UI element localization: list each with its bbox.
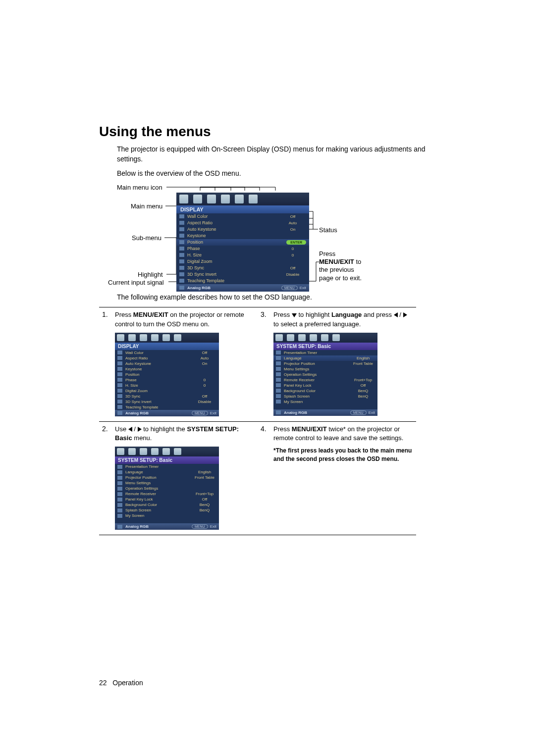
steps-table: 1. Press MENU/EXIT on the projector or r… xyxy=(99,307,416,535)
tab-icon xyxy=(235,195,244,203)
row-icon xyxy=(117,356,122,360)
row-value: On xyxy=(193,361,216,366)
footer-menu-badge: MENU xyxy=(350,410,367,415)
osd-row: Projector PositionFront Table xyxy=(115,475,219,480)
row-label: Position xyxy=(125,372,193,377)
row-icon xyxy=(179,221,184,225)
step-2-text: Use / to highlight the SYSTEM SETUP: Bas… xyxy=(115,425,255,443)
row-label: Projector Position xyxy=(125,475,193,480)
osd-row: Background ColorBenQ xyxy=(115,502,219,507)
row-value: On xyxy=(279,227,306,232)
row-icon xyxy=(276,394,281,398)
step-number: 2. xyxy=(102,425,115,433)
signal-icon xyxy=(117,525,122,529)
section-name: Operation xyxy=(112,679,143,687)
row-value: Off xyxy=(193,351,216,355)
osd-footer: Analog RGB MENU Exit xyxy=(115,523,219,530)
label-sub-menu: Sub-menu xyxy=(132,234,161,242)
osd-title: SYSTEM SETUP: Basic xyxy=(115,456,219,464)
row-icon xyxy=(117,514,122,518)
tab-icon xyxy=(298,334,306,341)
row-label: 3D Sync Invert xyxy=(125,400,193,404)
row-label: Menu Settings xyxy=(284,367,351,371)
tab-icon xyxy=(332,334,340,341)
osd-panel-main: DISPLAY Wall ColorOffAspect RatioAutoAut… xyxy=(176,193,309,292)
row-label: Remote Receiver xyxy=(125,492,193,496)
intro-paragraph-1: The projector is equipped with On-Screen… xyxy=(117,145,436,164)
step-number: 3. xyxy=(261,310,273,318)
footer-exit: Exit xyxy=(369,410,375,415)
row-label: Teaching Template xyxy=(187,278,279,283)
row-label: Splash Screen xyxy=(125,508,193,512)
footer-menu-badge: MENU xyxy=(192,524,208,529)
row-label: Operation Settings xyxy=(125,486,193,491)
tab-icon xyxy=(221,195,230,203)
row-icon xyxy=(179,272,184,276)
arrow-right-icon xyxy=(403,312,407,317)
osd-row: Menu Settings xyxy=(273,366,377,372)
signal-icon xyxy=(179,286,184,290)
row-icon xyxy=(117,487,122,491)
osd-row: Keystone xyxy=(176,233,309,239)
osd-tab-bar xyxy=(176,193,309,205)
footer-menu-badge: MENU xyxy=(192,411,208,415)
osd-row: Teaching Template xyxy=(176,278,309,284)
row-label: 3D Sync xyxy=(125,394,193,399)
arrow-right-icon xyxy=(138,427,142,432)
row-label: Auto Keystone xyxy=(187,227,279,232)
intro-paragraph-2: Below is the overview of the OSD menu. xyxy=(117,169,436,179)
step-4-text: Press MENU/EXIT twice* on the projector … xyxy=(273,425,413,443)
tab-icon xyxy=(310,334,317,341)
osd-row: Presentation Timer xyxy=(273,350,377,355)
label-highlight: Highlight xyxy=(138,271,163,278)
step-2-cell: 2. Use / to highlight the SYSTEM SETUP: … xyxy=(99,421,258,535)
step-number: 1. xyxy=(102,310,115,318)
osd-row: H. Size0 xyxy=(115,383,219,388)
row-label: Presentation Timer xyxy=(284,351,351,355)
tab-icon xyxy=(117,334,124,341)
label-main-menu-icon: Main menu icon xyxy=(117,184,162,191)
row-value: Front+Top xyxy=(351,378,375,382)
example-intro: The following example describes how to s… xyxy=(117,293,436,302)
label-main-menu: Main menu xyxy=(131,202,162,210)
tab-icon xyxy=(174,448,181,455)
row-label: Splash Screen xyxy=(284,394,351,399)
row-label: Position xyxy=(187,240,286,245)
tab-icon xyxy=(151,334,159,341)
row-value: Front Table xyxy=(193,475,216,480)
row-icon xyxy=(117,481,122,485)
osd-panel-step3: SYSTEM SETUP: Basic Presentation TimerLa… xyxy=(273,333,377,416)
osd-row-list: Presentation TimerLanguageEnglishProject… xyxy=(273,350,377,404)
tab-icon xyxy=(162,448,170,455)
row-label: Keystone xyxy=(187,233,279,238)
osd-row: Remote ReceiverFront+Top xyxy=(273,377,377,383)
step-3-text: Press to highlight Language and press / … xyxy=(273,310,413,328)
row-value: Disable xyxy=(193,400,216,404)
row-value: Off xyxy=(193,394,216,399)
row-label: Background Color xyxy=(125,503,193,507)
tab-icon xyxy=(249,195,258,203)
row-icon xyxy=(117,378,122,382)
row-value: BenQ xyxy=(193,508,216,512)
osd-tab-bar xyxy=(115,333,219,343)
row-icon xyxy=(276,389,281,393)
row-value: 0 xyxy=(193,383,216,388)
row-icon xyxy=(179,234,184,238)
tab-icon xyxy=(140,334,147,341)
row-label: Digital Zoom xyxy=(187,259,279,264)
row-value: Disable xyxy=(279,272,306,277)
osd-tab-bar xyxy=(273,333,377,343)
row-value: 0 xyxy=(193,378,216,382)
tab-icon xyxy=(128,448,136,455)
row-label: Remote Receiver xyxy=(284,378,351,382)
osd-row: 3D SyncOff xyxy=(115,394,219,399)
row-icon xyxy=(117,389,122,393)
osd-row: Operation Settings xyxy=(115,486,219,491)
osd-row: Keystone xyxy=(115,366,219,372)
row-label: Digital Zoom xyxy=(125,389,193,393)
row-label: Wall Color xyxy=(125,351,193,355)
osd-panel-step2: SYSTEM SETUP: Basic Presentation TimerLa… xyxy=(115,447,219,530)
row-label: Operation Settings xyxy=(284,372,351,377)
page-number: 22 xyxy=(99,679,107,687)
tab-icon xyxy=(140,448,147,455)
